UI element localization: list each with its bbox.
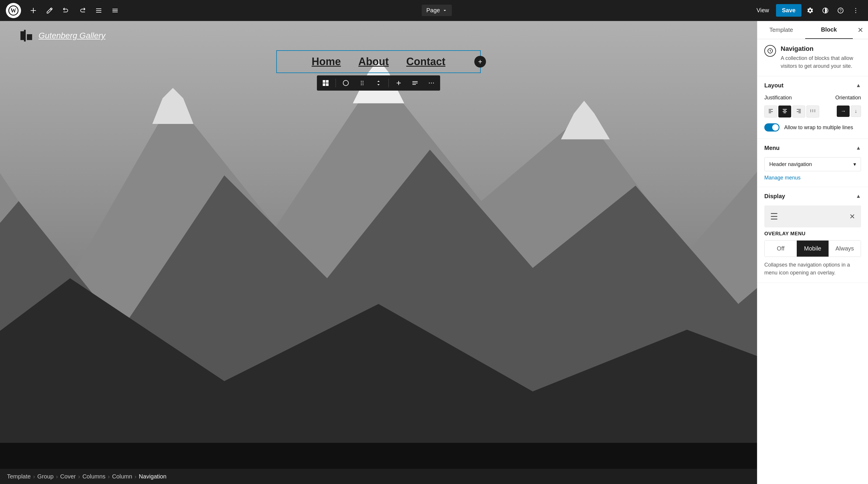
orientation-buttons: → ↓	[837, 106, 861, 117]
svg-rect-3	[31, 10, 36, 11]
nav-item-home[interactable]: Home	[312, 56, 341, 68]
breadcrumb-navigation[interactable]: Navigation	[139, 473, 166, 480]
display-preview: ☰ ✕	[764, 205, 861, 227]
svg-rect-53	[799, 110, 801, 111]
svg-rect-26	[323, 80, 326, 83]
nav-add-button[interactable]: +	[474, 56, 486, 67]
svg-rect-49	[784, 110, 786, 111]
justify-button[interactable]	[407, 77, 423, 89]
tab-template[interactable]: Template	[757, 21, 805, 38]
layout-section-title: Layout	[764, 82, 784, 89]
canvas-area: Gutenberg Gallery Home About Contact +	[0, 21, 757, 484]
svg-rect-28	[323, 83, 326, 86]
breadcrumb-cover[interactable]: Cover	[60, 473, 75, 480]
add-item-button[interactable]	[391, 77, 406, 89]
display-close-icon[interactable]: ✕	[849, 212, 855, 221]
edit-tool-button[interactable]	[43, 4, 56, 17]
block-type-button[interactable]	[318, 77, 333, 89]
overlay-always-button[interactable]: Always	[829, 240, 861, 257]
svg-point-33	[361, 84, 362, 85]
overlay-button-group: Off Mobile Always	[764, 240, 861, 257]
svg-rect-5	[96, 10, 101, 11]
tools-button[interactable]	[108, 4, 122, 17]
justification-row: Justification Orientation	[764, 95, 861, 101]
svg-rect-39	[412, 84, 416, 85]
breadcrumb-columns[interactable]: Columns	[82, 473, 105, 480]
nav-block-wrapper: Home About Contact +	[0, 50, 757, 91]
more-block-options-button[interactable]	[424, 77, 439, 89]
menu-chevron-icon: ▲	[856, 145, 861, 151]
contrast-button[interactable]	[819, 4, 832, 17]
list-view-button[interactable]	[92, 4, 105, 17]
overlay-mobile-button[interactable]: Mobile	[797, 240, 829, 257]
wrap-toggle-label: Allow to wrap to multiple lines	[784, 124, 853, 131]
layout-section-header[interactable]: Layout ▲	[757, 76, 868, 95]
save-button[interactable]: Save	[776, 4, 801, 17]
display-section-body: ☰ ✕ OVERLAY MENU Off Mobile Always Colla…	[757, 205, 868, 283]
navigation-block[interactable]: Home About Contact +	[276, 50, 481, 73]
breadcrumb-template[interactable]: Template	[7, 473, 31, 480]
layout-section-body: Justification Orientation	[757, 95, 868, 139]
svg-rect-38	[412, 83, 417, 83]
hamburger-icon: ☰	[770, 211, 778, 222]
svg-rect-54	[797, 111, 801, 112]
svg-rect-48	[783, 109, 787, 110]
page-label: Page	[426, 7, 440, 14]
svg-point-11	[856, 10, 856, 11]
menu-select-chevron-icon: ▾	[854, 161, 856, 168]
add-block-button[interactable]	[27, 4, 40, 17]
svg-rect-4	[96, 8, 101, 9]
menu-section-header[interactable]: Menu ▲	[757, 139, 868, 157]
layout-section: Layout ▲ Justification Orientation	[757, 76, 868, 139]
sidebar-close-button[interactable]: ✕	[853, 23, 868, 38]
justify-space-button[interactable]	[806, 106, 819, 117]
svg-rect-47	[769, 113, 771, 113]
wp-logo[interactable]: W	[6, 3, 21, 18]
orient-horizontal-button[interactable]: →	[837, 106, 849, 117]
breadcrumb-group[interactable]: Group	[37, 473, 54, 480]
display-chevron-icon: ▲	[856, 193, 861, 199]
menu-section-body: Header navigation ▾ Manage menus	[757, 157, 868, 187]
wrap-toggle-row: Allow to wrap to multiple lines	[764, 122, 861, 133]
page-selector[interactable]: Page	[422, 5, 452, 16]
svg-text:W: W	[10, 7, 17, 14]
undo-button[interactable]	[60, 4, 72, 17]
drag-button[interactable]	[354, 77, 370, 89]
sidebar: Template Block ✕ Navigation A collection…	[757, 21, 868, 484]
nav-item-contact[interactable]: Contact	[406, 56, 445, 68]
top-toolbar: W Page View Save ?	[0, 0, 868, 21]
redo-button[interactable]	[76, 4, 89, 17]
nav-item-about[interactable]: About	[359, 56, 389, 68]
svg-rect-27	[326, 80, 329, 83]
svg-rect-55	[799, 113, 801, 113]
wrap-toggle[interactable]	[764, 123, 779, 132]
justify-left-button[interactable]	[764, 106, 777, 117]
tab-block[interactable]: Block	[805, 21, 853, 39]
settings-button[interactable]	[804, 4, 816, 17]
display-section-header[interactable]: Display ▲	[757, 187, 868, 205]
help-button[interactable]: ?	[834, 4, 847, 17]
justify-center-button[interactable]	[778, 106, 791, 117]
justification-label: Justification	[764, 95, 792, 101]
svg-point-31	[361, 81, 362, 82]
more-options-button[interactable]	[849, 4, 862, 17]
site-logo: Gutenberg Gallery	[18, 27, 105, 45]
menu-select[interactable]: Header navigation ▾	[764, 157, 861, 171]
svg-rect-29	[326, 83, 329, 86]
overlay-menu-label: OVERLAY MENU	[764, 231, 861, 237]
block-selector-button[interactable]	[338, 77, 353, 89]
breadcrumb-column[interactable]: Column	[112, 473, 132, 480]
view-button[interactable]: View	[752, 4, 774, 17]
orient-vertical-button[interactable]: ↓	[851, 106, 861, 117]
justify-right-button[interactable]	[793, 106, 805, 117]
svg-rect-6	[96, 12, 101, 12]
svg-rect-51	[784, 113, 786, 113]
move-up-down-button[interactable]	[371, 77, 386, 89]
overlay-off-button[interactable]: Off	[765, 240, 797, 257]
manage-menus-link[interactable]: Manage menus	[764, 175, 801, 181]
menu-section-title: Menu	[764, 145, 779, 151]
orientation-label: Orientation	[835, 95, 861, 101]
svg-rect-45	[769, 110, 771, 111]
svg-point-35	[363, 83, 364, 84]
svg-point-30	[343, 80, 348, 86]
